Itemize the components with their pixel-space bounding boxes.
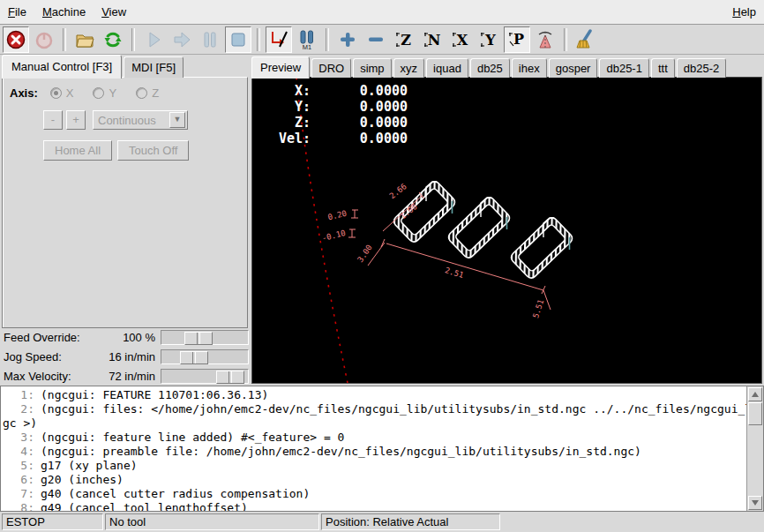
gcode-line[interactable]: 5:g17 (xy plane) — [1, 459, 745, 473]
gcode-listing[interactable]: 1:(ngcgui: FEATURE 110701:06.36.13) 2:(n… — [0, 386, 764, 512]
preview-canvas[interactable]: 2.66 1.00 0.20 -0.10 3.00 2.51 5.51 X:0.… — [251, 77, 762, 384]
toolpath-connector-3 — [509, 215, 574, 280]
tab-gosper[interactable]: gosper — [549, 58, 598, 78]
slider-handle[interactable] — [180, 351, 208, 364]
clear-plot-button[interactable] — [573, 26, 599, 53]
zoom-out-button[interactable] — [363, 26, 389, 53]
gcode-line[interactable]: 4:(ngcgui: preamble file: /home/john/emc… — [1, 445, 745, 459]
axis-row: Axis: X Y Z — [10, 86, 247, 100]
svg-text:Z: Z — [401, 32, 411, 49]
home-row: Home All Touch Off — [43, 140, 247, 161]
tab-manual-control[interactable]: Manual Control [F3] — [2, 55, 122, 79]
rotate-view-button[interactable] — [532, 26, 558, 53]
zoom-in-button[interactable] — [334, 26, 361, 53]
axis-radio-z[interactable]: Z — [136, 86, 159, 100]
scrollbar-up-arrow[interactable] — [748, 387, 762, 401]
feed-override-slider[interactable] — [161, 330, 249, 345]
svg-text:0.20: 0.20 — [327, 209, 348, 222]
view-z-rotated-button[interactable]: N — [419, 26, 446, 53]
toolbar-separator — [63, 28, 66, 51]
svg-text:M1: M1 — [303, 43, 311, 50]
tab-ttt[interactable]: ttt — [651, 58, 675, 78]
tab-dro[interactable]: DRO — [311, 58, 351, 78]
max-velocity-slider[interactable] — [161, 369, 249, 384]
menu-machine[interactable]: Machine — [34, 2, 94, 22]
tab-db25-2[interactable]: db25-2 — [677, 58, 726, 78]
jog-speed-slider[interactable] — [161, 349, 249, 364]
main-area: Manual Control [F3] MDI [F5] Axis: X Y Z… — [0, 55, 764, 386]
scrollbar-down-arrow[interactable] — [748, 496, 762, 510]
gcode-line[interactable]: 1:(ngcgui: FEATURE 110701:06.36.13) — [1, 388, 745, 402]
max-velocity-value: 72 in/min — [95, 370, 161, 383]
step-icon — [171, 29, 192, 50]
jog-plus-button[interactable]: + — [66, 110, 86, 130]
jog-minus-button[interactable]: - — [43, 110, 63, 130]
menu-help[interactable]: Help — [724, 2, 764, 22]
reload-button[interactable] — [100, 26, 126, 53]
step-button[interactable] — [169, 26, 195, 53]
run-icon — [143, 29, 164, 50]
view-x-button[interactable]: X — [447, 26, 474, 53]
dro-y-row: Y:0.0000 — [268, 99, 408, 115]
axis-radio-x[interactable]: X — [50, 86, 74, 100]
scrollbar-thumb[interactable] — [748, 402, 762, 425]
optional-pause-m1-icon: M1 — [296, 29, 318, 50]
open-file-icon — [74, 29, 95, 50]
jog-speed-row: Jog Speed: 16 in/min — [0, 348, 250, 366]
svg-text:5.51: 5.51 — [531, 298, 545, 319]
menu-file[interactable]: File — [0, 2, 34, 22]
gcode-line[interactable]: 2:(ngcgui: files: </home/john/emc2-dev/n… — [1, 402, 745, 416]
home-all-button[interactable]: Home All — [43, 140, 112, 161]
toolbar-separator — [564, 28, 567, 51]
touch-off-button[interactable]: Touch Off — [117, 140, 189, 161]
tab-simp[interactable]: simp — [353, 58, 391, 78]
tab-db25[interactable]: db25 — [470, 58, 510, 78]
max-velocity-label: Max Velocity: — [0, 370, 95, 383]
optional-pause-button[interactable]: M1 — [294, 26, 320, 53]
toolpath-connector-2 — [446, 195, 512, 259]
skip-lines-button[interactable] — [266, 26, 292, 53]
machine-power-button[interactable] — [31, 26, 57, 53]
svg-text:2.66: 2.66 — [388, 182, 408, 200]
dimension-labels: 2.66 1.00 0.20 -0.10 3.00 2.51 5.51 — [321, 182, 545, 319]
menu-bar: File Machine View Help — [0, 0, 764, 25]
menu-view[interactable]: View — [94, 2, 134, 22]
stop-icon — [228, 29, 249, 50]
run-button[interactable] — [140, 26, 167, 53]
feed-override-row: Feed Override: 100 % — [0, 328, 250, 347]
view-z-rotated-icon: N — [422, 29, 443, 50]
estop-button[interactable] — [3, 26, 29, 53]
tab-iquad[interactable]: iquad — [426, 58, 468, 78]
pause-icon — [199, 29, 221, 50]
gcode-line[interactable]: 8:g49 (cancel tool lengthoffset) — [1, 501, 745, 512]
jog-increment-combobox[interactable]: Continuous ▼ — [93, 110, 188, 130]
stop-button[interactable] — [225, 26, 251, 53]
tab-mdi[interactable]: MDI [F5] — [124, 56, 184, 78]
open-file-button[interactable] — [71, 26, 98, 53]
gcode-line[interactable]: 6:g20 (inches) — [1, 473, 745, 487]
feed-override-value: 100 % — [95, 331, 161, 344]
tab-db25-1[interactable]: db25-1 — [599, 58, 648, 78]
tab-ihex[interactable]: ihex — [512, 58, 547, 78]
slider-handle[interactable] — [184, 332, 213, 345]
max-velocity-row: Max Velocity: 72 in/min — [0, 367, 250, 386]
gcode-line[interactable]: 7:g40 (cancel cutter radius compensation… — [1, 487, 745, 501]
gcode-line[interactable]: 3:(ngcgui: feature line added) #<_featur… — [1, 431, 745, 445]
gcode-line-continuation[interactable]: gc >) — [1, 416, 745, 431]
jog-increment-value: Continuous — [94, 114, 169, 127]
view-perspective-button[interactable]: P — [504, 26, 530, 53]
slider-handle[interactable] — [216, 371, 244, 384]
axis-radio-y[interactable]: Y — [93, 86, 116, 100]
reload-icon — [102, 29, 124, 50]
tab-preview[interactable]: Preview — [251, 56, 310, 79]
vertical-scrollbar[interactable] — [746, 386, 763, 511]
pause-button[interactable] — [197, 26, 223, 53]
radio-circle-icon — [136, 87, 147, 99]
tab-xyz[interactable]: xyz — [393, 58, 425, 78]
status-position-mode: Position: Relative Actual — [321, 513, 500, 530]
clear-plot-icon — [575, 29, 596, 50]
view-z-button[interactable]: Z — [391, 26, 417, 53]
svg-text:2.51: 2.51 — [444, 266, 465, 280]
jog-speed-label: Jog Speed: — [0, 350, 95, 363]
view-y-button[interactable]: Y — [476, 26, 502, 53]
